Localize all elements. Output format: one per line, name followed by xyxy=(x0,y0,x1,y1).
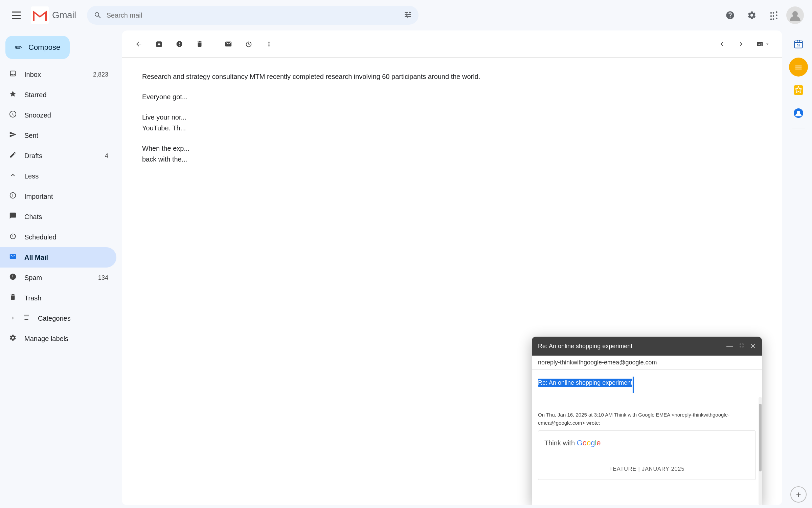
keyboard-shortcut-button[interactable] xyxy=(752,35,774,53)
sidebar-item-categories[interactable]: Categories xyxy=(0,308,116,329)
sidebar-item-inbox[interactable]: Inbox 2,823 xyxy=(0,64,116,85)
svg-rect-5 xyxy=(797,40,797,42)
search-tune-icon[interactable] xyxy=(404,10,412,20)
right-sidebar-keep-icon[interactable] xyxy=(789,81,808,100)
categories-label: Categories xyxy=(38,315,108,322)
top-bar: Gmail xyxy=(0,0,812,30)
menu-icon[interactable] xyxy=(8,7,24,23)
archive-button[interactable] xyxy=(150,35,168,53)
back-button[interactable] xyxy=(130,35,148,53)
google-logo-text: Google xyxy=(577,439,601,447)
compose-scrollbar[interactable] xyxy=(759,397,762,505)
right-sidebar-tasks-icon[interactable] xyxy=(789,58,808,77)
compose-to-value: noreply-thinkwithgoogle-emea@google.com xyxy=(538,359,657,366)
compose-button[interactable]: ✏ Compose xyxy=(5,36,70,59)
think-google-box: Think with Google FEATURE | JANUARY 2025 xyxy=(538,430,756,480)
main-body: ✏ Compose Inbox 2,823 Starred Snoozed xyxy=(0,30,812,508)
drafts-label: Drafts xyxy=(24,152,98,160)
less-label: Less xyxy=(24,172,108,180)
compose-subject-highlighted[interactable]: Re: An online shopping experiment xyxy=(538,379,632,387)
gmail-logo xyxy=(31,6,49,24)
compose-modal: Re: An online shopping experiment — ✕ no… xyxy=(532,337,762,505)
categories-expand-icon xyxy=(8,314,18,323)
compose-body-wrapper: On Thu, Jan 16, 2025 at 3:10 AM Think wi… xyxy=(532,397,762,505)
starred-icon xyxy=(8,90,18,100)
sidebar-item-less[interactable]: Less xyxy=(0,166,116,186)
sidebar-item-starred[interactable]: Starred xyxy=(0,85,116,105)
trash-label: Trash xyxy=(24,294,108,302)
compose-modal-controls: — ✕ xyxy=(726,342,756,350)
drafts-icon xyxy=(8,151,18,161)
expand-icon[interactable] xyxy=(739,342,745,350)
sidebar-item-trash[interactable]: Trash xyxy=(0,288,116,308)
scheduled-icon xyxy=(8,232,18,242)
more-actions-button[interactable] xyxy=(260,35,278,53)
sidebar-item-snoozed[interactable]: Snoozed xyxy=(0,105,116,125)
starred-label: Starred xyxy=(24,91,108,99)
compose-modal-title: Re: An online shopping experiment xyxy=(538,343,726,350)
mark-as-read-button[interactable] xyxy=(220,35,237,53)
manage-labels-icon xyxy=(8,334,18,343)
logo-area: Gmail xyxy=(31,6,76,24)
compose-quoted-header: On Thu, Jan 16, 2025 at 3:10 AM Think wi… xyxy=(538,411,756,427)
prev-email-button[interactable] xyxy=(713,35,731,53)
right-sidebar-calendar-icon[interactable]: 31 xyxy=(789,35,808,54)
snooze-button[interactable] xyxy=(240,35,257,53)
compose-to-field: noreply-thinkwithgoogle-emea@google.com xyxy=(532,356,762,370)
compose-modal-header[interactable]: Re: An online shopping experiment — ✕ xyxy=(532,337,762,356)
trash-icon xyxy=(8,293,18,303)
search-input[interactable] xyxy=(107,12,399,19)
inbox-label: Inbox xyxy=(24,71,86,79)
delete-button[interactable] xyxy=(191,35,208,53)
sidebar-item-drafts[interactable]: Drafts 4 xyxy=(0,146,116,166)
top-icons xyxy=(721,6,804,24)
compose-label: Compose xyxy=(28,43,60,52)
email-toolbar xyxy=(122,30,782,58)
compose-scrollbar-thumb xyxy=(759,404,762,471)
sidebar-item-spam[interactable]: Spam 134 xyxy=(0,268,116,288)
spam-icon xyxy=(8,273,18,282)
sidebar-item-scheduled[interactable]: Scheduled xyxy=(0,227,116,247)
svg-text:31: 31 xyxy=(797,44,800,47)
sidebar-item-manage-labels[interactable]: Manage labels xyxy=(0,329,116,349)
feature-label: FEATURE | JANUARY 2025 xyxy=(544,465,749,473)
email-para-2: Everyone got... xyxy=(142,91,762,102)
all-mail-icon xyxy=(8,253,18,262)
settings-icon[interactable] xyxy=(743,6,761,24)
svg-point-2 xyxy=(792,11,798,17)
close-compose-icon[interactable]: ✕ xyxy=(750,342,756,350)
snoozed-icon xyxy=(8,110,18,120)
help-icon[interactable] xyxy=(721,6,739,24)
content-area: Research and strategy consultancy MTM re… xyxy=(122,30,782,505)
svg-rect-6 xyxy=(799,40,800,42)
right-sidebar-add-button[interactable]: + xyxy=(790,486,807,503)
compose-pencil-icon: ✏ xyxy=(15,42,22,53)
sidebar-item-all-mail[interactable]: All Mail xyxy=(0,247,116,268)
sidebar-item-sent[interactable]: Sent xyxy=(0,125,116,146)
compose-subject-area: Re: An online shopping experiment| xyxy=(532,370,762,397)
scheduled-label: Scheduled xyxy=(24,233,108,241)
inbox-icon xyxy=(8,70,18,79)
important-icon xyxy=(8,192,18,201)
minimize-icon[interactable]: — xyxy=(726,342,733,350)
avatar[interactable] xyxy=(786,6,804,24)
chats-label: Chats xyxy=(24,213,108,221)
drafts-count: 4 xyxy=(105,152,108,160)
spam-label: Spam xyxy=(24,274,91,282)
categories-icon xyxy=(22,314,31,323)
think-google-logo: Think with Google xyxy=(544,437,749,449)
text-cursor-icon: | xyxy=(631,373,636,394)
sidebar-item-chats[interactable]: Chats xyxy=(0,207,116,227)
next-email-button[interactable] xyxy=(732,35,750,53)
chats-icon xyxy=(8,212,18,221)
sidebar-item-important[interactable]: Important xyxy=(0,186,116,207)
right-sidebar-divider xyxy=(792,128,805,128)
right-sidebar-contacts-icon[interactable] xyxy=(789,104,808,123)
important-label: Important xyxy=(24,193,108,200)
sent-label: Sent xyxy=(24,132,108,140)
apps-icon[interactable] xyxy=(765,6,782,24)
toolbar-divider xyxy=(214,38,214,50)
manage-labels-label: Manage labels xyxy=(24,335,108,343)
report-spam-button[interactable] xyxy=(171,35,188,53)
compose-body-area[interactable]: On Thu, Jan 16, 2025 at 3:10 AM Think wi… xyxy=(532,397,762,505)
